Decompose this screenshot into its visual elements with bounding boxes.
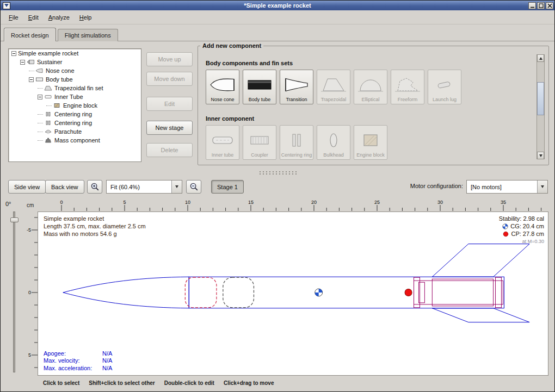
tree-item-body-tube[interactable]: Body tube (9, 75, 141, 84)
tree-item-label: Parachute (54, 128, 82, 135)
tree-collapse-icon[interactable] (38, 95, 42, 99)
close-button[interactable] (546, 2, 553, 9)
svg-text:5: 5 (28, 352, 31, 358)
fin-icon (44, 85, 52, 91)
tree-item-simple-example-rocket[interactable]: Simple example rocket (9, 49, 141, 58)
zoom-select[interactable]: Fit (60.4%) (106, 180, 182, 194)
move-down-button[interactable]: Move down (146, 72, 193, 86)
add-launch-lug-button[interactable]: Launch lug (428, 70, 461, 104)
arrow-up-icon (539, 57, 542, 60)
flight-data-row: Apogee:N/A (44, 350, 112, 358)
zoom-select-arrow[interactable] (171, 181, 182, 193)
chevron-down-icon (175, 185, 178, 188)
new-stage-button[interactable]: New stage (146, 121, 193, 135)
add-bulkhead-button[interactable]: Bulkhead (317, 125, 350, 160)
tree-branch-line (38, 123, 43, 123)
cp-icon (503, 231, 509, 237)
scrollbar-thumb[interactable] (537, 82, 544, 115)
add-component-title: Add new component (200, 42, 263, 49)
tab-rocket-design[interactable]: Rocket design (4, 28, 56, 41)
zoom-out-button[interactable] (186, 180, 201, 194)
tab-flight-simulations[interactable]: Flight simulations (58, 29, 118, 41)
tree-item-parachute[interactable]: Parachute (9, 127, 141, 136)
menu-edit[interactable]: Edit (23, 12, 44, 23)
pane-splitter[interactable] (1, 169, 554, 177)
component-group-label: Body components and fin sets (206, 60, 293, 66)
add-trapezoidal-button[interactable]: Trapezoidal (317, 70, 350, 104)
rocket-canvas[interactable]: Simple example rocket Length 37.5 cm, ma… (38, 211, 548, 376)
mass-component-outline (223, 277, 254, 308)
tree-action-buttons: Move upMove downEditNew stageDelete (146, 48, 193, 163)
mass-icon (44, 138, 52, 143)
component-scrollbar[interactable] (536, 54, 545, 159)
tree-item-engine-block[interactable]: Engine block (9, 101, 141, 110)
rocket-dimensions: Length 37.5 cm, max. diameter 2.5 cm (44, 222, 146, 230)
tree-item-inner-tube[interactable]: Inner Tube (9, 92, 141, 101)
component-button-label: Inner tube (212, 152, 234, 158)
edit-button[interactable]: Edit (146, 97, 193, 111)
menu-file[interactable]: File (4, 12, 23, 23)
component-button-label: Engine block (356, 152, 385, 158)
design-panel: Simple example rocketSustainerNose coneB… (1, 41, 554, 169)
menu-analyze[interactable]: Analyze (44, 12, 75, 23)
add-component-panel: Add new component Body components and fi… (198, 42, 549, 165)
tree-item-centering-ring[interactable]: Centering ring (9, 110, 141, 119)
rotation-slider[interactable] (13, 211, 15, 372)
maximize-button[interactable] (537, 2, 545, 9)
tree-item-nose-cone[interactable]: Nose cone (9, 66, 141, 75)
minimize-button[interactable] (528, 2, 536, 9)
status-hint: Shift+click to select other (89, 380, 155, 391)
status-hint: Click+drag to move (224, 380, 274, 391)
svg-text:35: 35 (501, 200, 506, 205)
tree-item-trapezoidal-fin-set[interactable]: Trapezoidal fin set (9, 84, 141, 92)
component-group-label: Inner component (206, 115, 254, 122)
stage-1-toggle[interactable]: Stage 1 (211, 180, 244, 194)
motor-select-arrow[interactable] (537, 181, 547, 193)
title-bar[interactable]: *Simple example rocket (1, 1, 554, 10)
inner-tube-outline (414, 281, 503, 304)
tree-collapse-icon[interactable] (29, 77, 34, 82)
fin-tab-outline (432, 279, 493, 306)
back-view-button[interactable]: Back view (45, 180, 84, 194)
add-coupler-button[interactable]: Coupler (243, 125, 276, 160)
add-elliptical-button[interactable]: Elliptical (354, 70, 387, 104)
zoom-in-button[interactable] (87, 180, 102, 194)
component-tree[interactable]: Simple example rocketSustainerNose coneB… (8, 48, 141, 162)
tree-collapse-icon[interactable] (11, 51, 16, 56)
add-inner-tube-button[interactable]: Inner tube (206, 125, 239, 160)
menu-help[interactable]: Help (75, 12, 97, 23)
elliptical-icon (356, 72, 385, 97)
side-view-button[interactable]: Side view (8, 180, 46, 194)
tree-item-mass-component[interactable]: Mass component (9, 136, 141, 145)
component-button-label: Trapezoidal (321, 97, 347, 102)
add-nose-cone-button[interactable]: Nose cone (206, 70, 239, 104)
component-button-label: Coupler (251, 152, 268, 158)
scroll-down-button[interactable] (537, 152, 544, 159)
tree-item-centering-ring[interactable]: Centering ring (9, 119, 141, 127)
add-centering-ring-button[interactable]: Centering ring (280, 125, 313, 160)
tree-collapse-icon[interactable] (20, 60, 25, 65)
add-engine-block-button[interactable]: Engine block (354, 125, 387, 160)
cg-value: CG: 20.4 cm (510, 222, 544, 230)
add-transition-button[interactable]: Transition (280, 70, 313, 104)
tree-item-label: Sustainer (37, 59, 62, 65)
rotation-angle-label: 0° (5, 201, 20, 207)
move-up-button[interactable]: Move up (146, 52, 193, 66)
add-body-tube-button[interactable]: Body tube (243, 70, 276, 104)
delete-button[interactable]: Delete (146, 143, 193, 157)
tree-item-label: Inner Tube (54, 94, 83, 100)
innertube-icon (208, 128, 237, 152)
arrow-down-icon (539, 154, 542, 157)
tab-bar: Rocket designFlight simulations (1, 24, 554, 41)
component-button-label: Transition (286, 97, 307, 102)
trapezoidal-icon (319, 72, 348, 97)
vertical-ruler: -505 (27, 211, 38, 376)
add-freeform-button[interactable]: Freeform (391, 70, 424, 104)
cg-marker (315, 289, 323, 296)
scroll-up-button[interactable] (537, 54, 544, 62)
motor-configuration-select[interactable]: [No motors] (466, 180, 548, 194)
rocket-name: Simple example rocket (44, 215, 146, 222)
tree-item-sustainer[interactable]: Sustainer (9, 58, 141, 66)
rotation-slider-thumb[interactable] (10, 217, 18, 222)
tree-branch-line (29, 71, 34, 71)
